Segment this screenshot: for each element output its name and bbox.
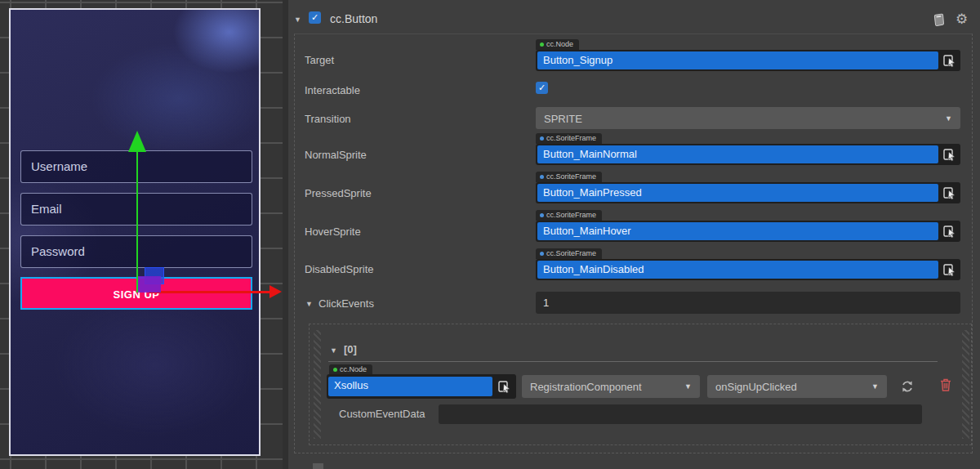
spriteframe-type-dot-icon: [540, 213, 544, 217]
disabled-sprite-asset-field[interactable]: Button_MainDisabled: [536, 259, 960, 280]
custom-event-data-label: CustomEventData: [339, 408, 425, 420]
chevron-down-icon: ▼: [684, 382, 692, 391]
event-handler-dropdown[interactable]: onSignUpClicked ▼: [707, 375, 887, 398]
email-placeholder: Email: [31, 202, 62, 216]
manual-book-icon[interactable]: [932, 13, 946, 27]
event-node-picker-icon[interactable]: [497, 379, 512, 394]
gizmo-x-axis-line[interactable]: [149, 291, 270, 293]
username-placeholder: Username: [31, 159, 87, 173]
spriteframe-type-dot-icon: [540, 136, 544, 141]
design-canvas[interactable]: Username Email Password SIGN UP: [9, 8, 261, 456]
gizmo-plane-handle[interactable]: [138, 276, 161, 293]
transition-label: Transition: [305, 113, 351, 125]
disabled-sprite-label: DisabledSprite: [305, 263, 374, 275]
click-events-label: ClickEvents: [318, 297, 374, 310]
event-0-index-label: [0]: [344, 343, 357, 355]
inspector-panel: ▼ ✓ cc.Button ⚙ Target cc.Node Button_Si…: [288, 0, 980, 469]
event-handler-value: onSignUpClicked: [715, 381, 797, 393]
click-events-collapse-icon[interactable]: ▼: [305, 300, 313, 308]
component-enabled-checkbox[interactable]: ✓: [309, 11, 321, 24]
refresh-icon[interactable]: [900, 379, 915, 394]
target-value[interactable]: Button_Signup: [537, 51, 938, 69]
transition-dropdown[interactable]: SPRITE ▼: [536, 107, 960, 129]
click-events-count-input[interactable]: 1: [536, 292, 960, 314]
normal-sprite-label: NormalSprite: [305, 149, 367, 161]
event-node-value[interactable]: Xsollus: [328, 377, 492, 396]
pressed-sprite-value[interactable]: Button_MainPressed: [537, 184, 938, 202]
spriteframe-type-dot-icon: [540, 252, 544, 256]
chevron-down-icon: ▼: [871, 382, 879, 391]
group-hatch-left: [314, 330, 321, 439]
pressed-sprite-type-tag: cc.SoriteFrame: [536, 172, 602, 182]
next-component-stub: [313, 463, 323, 469]
pressed-sprite-label: PressedSprite: [305, 187, 372, 199]
transition-value: SPRITE: [544, 112, 582, 124]
interactable-checkbox[interactable]: ✓: [536, 82, 548, 94]
pressed-sprite-picker-icon[interactable]: [942, 185, 957, 200]
event-component-value: RegistrationComponent: [530, 381, 642, 393]
pressed-sprite-asset-field[interactable]: Button_MainPressed: [536, 182, 960, 203]
target-type-tag: cc.Node: [536, 39, 579, 50]
custom-event-data-input[interactable]: [439, 404, 922, 424]
event-0-separator: [328, 361, 938, 362]
hover-sprite-asset-field[interactable]: Button_MainHover: [536, 221, 960, 242]
gizmo-y-axis-line[interactable]: [136, 142, 138, 293]
target-asset-field[interactable]: Button_Signup: [536, 50, 960, 71]
disabled-sprite-type-tag: cc.SoriteFrame: [536, 248, 602, 259]
normal-sprite-asset-field[interactable]: Button_MainNormal: [536, 144, 960, 165]
target-label: Target: [305, 54, 334, 66]
app-window: Username Email Password SIGN UP ▼ ✓ cc.B…: [0, 0, 980, 469]
component-collapse-icon[interactable]: ▼: [294, 16, 301, 24]
hover-sprite-type-tag: cc.SoriteFrame: [536, 210, 602, 221]
gizmo-x-axis-arrow-icon[interactable]: [270, 285, 282, 298]
hover-sprite-value[interactable]: Button_MainHover: [537, 222, 938, 240]
chevron-down-icon: ▼: [945, 114, 952, 123]
delete-trash-icon[interactable]: [939, 377, 954, 392]
target-picker-icon[interactable]: [942, 53, 957, 68]
event-node-asset-field[interactable]: Xsollus: [327, 374, 516, 399]
normal-sprite-type-tag: cc.SoriteFrame: [536, 133, 602, 144]
scene-view[interactable]: Username Email Password SIGN UP: [0, 0, 283, 469]
component-title: cc.Button: [330, 12, 377, 25]
hover-sprite-picker-icon[interactable]: [942, 224, 957, 239]
node-type-dot-icon: [540, 42, 544, 47]
normal-sprite-picker-icon[interactable]: [942, 147, 957, 162]
disabled-sprite-value[interactable]: Button_MainDisabled: [537, 261, 938, 279]
interactable-label: Interactable: [305, 84, 360, 96]
disabled-sprite-picker-icon[interactable]: [942, 262, 957, 277]
spriteframe-type-dot-icon: [540, 175, 544, 179]
group-hatch-right: [962, 330, 969, 439]
settings-gear-icon[interactable]: ⚙: [956, 11, 969, 25]
password-placeholder: Password: [31, 244, 85, 258]
event-component-dropdown[interactable]: RegistrationComponent ▼: [522, 375, 700, 398]
event-0-collapse-icon[interactable]: ▼: [330, 346, 337, 355]
gizmo-y-axis-arrow-icon[interactable]: [128, 131, 146, 152]
hover-sprite-label: HoverSprite: [305, 226, 361, 238]
normal-sprite-value[interactable]: Button_MainNormal: [537, 145, 938, 163]
node-type-dot-icon: [333, 368, 337, 372]
